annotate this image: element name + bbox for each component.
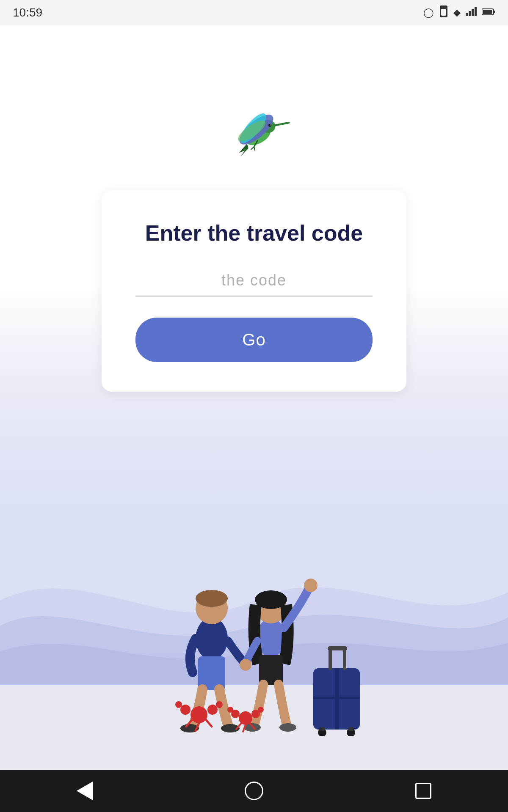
svg-point-30: [304, 579, 318, 592]
svg-point-45: [190, 706, 207, 723]
svg-rect-4: [472, 9, 474, 16]
svg-point-23: [196, 590, 228, 607]
svg-rect-40: [335, 668, 339, 730]
svg-rect-1: [441, 9, 446, 16]
bird-container: [0, 25, 508, 186]
card: Enter the travel code Go: [102, 190, 406, 392]
svg-rect-2: [466, 13, 468, 16]
back-button[interactable]: [72, 778, 97, 804]
overview-button[interactable]: [411, 778, 436, 804]
svg-line-59: [243, 725, 246, 732]
svg-rect-43: [320, 727, 325, 731]
nav-bar: [0, 770, 508, 812]
svg-line-52: [205, 719, 212, 727]
svg-rect-37: [343, 647, 346, 670]
wifi-icon: ◆: [453, 7, 461, 18]
svg-line-20: [254, 147, 255, 151]
svg-rect-7: [483, 10, 492, 14]
code-input[interactable]: [135, 267, 373, 296]
illustration-area: [0, 417, 508, 770]
svg-point-57: [258, 707, 264, 713]
svg-rect-5: [475, 7, 477, 16]
svg-marker-12: [239, 144, 248, 156]
svg-rect-3: [469, 11, 471, 16]
hummingbird-icon: [207, 76, 301, 169]
status-icons: ◯ ◆: [423, 5, 495, 20]
svg-point-16: [268, 124, 271, 127]
svg-rect-36: [329, 647, 332, 670]
card-title: Enter the travel code: [145, 220, 363, 246]
svg-point-17: [270, 124, 271, 125]
home-button[interactable]: [241, 778, 267, 804]
input-container: [135, 267, 373, 296]
notification-icon: ◯: [423, 7, 434, 18]
svg-line-11: [274, 123, 289, 126]
status-bar: 10:59 ◯ ◆: [0, 0, 508, 25]
svg-rect-8: [494, 11, 495, 13]
go-button[interactable]: Go: [135, 318, 373, 362]
signal-icon: [466, 7, 477, 19]
svg-rect-44: [348, 727, 353, 731]
status-time: 10:59: [13, 6, 42, 19]
svg-point-47: [175, 701, 182, 708]
svg-point-49: [216, 701, 223, 708]
svg-point-34: [279, 723, 296, 732]
svg-point-46: [180, 705, 190, 715]
sim-icon: [439, 5, 448, 20]
svg-point-55: [227, 707, 233, 713]
svg-line-19: [251, 147, 254, 150]
battery-icon: [482, 7, 495, 18]
svg-point-48: [207, 705, 218, 715]
svg-rect-38: [328, 646, 347, 650]
couple-illustration: [127, 533, 381, 736]
svg-point-31: [240, 659, 251, 671]
main-content: Enter the travel code Go: [0, 25, 508, 770]
